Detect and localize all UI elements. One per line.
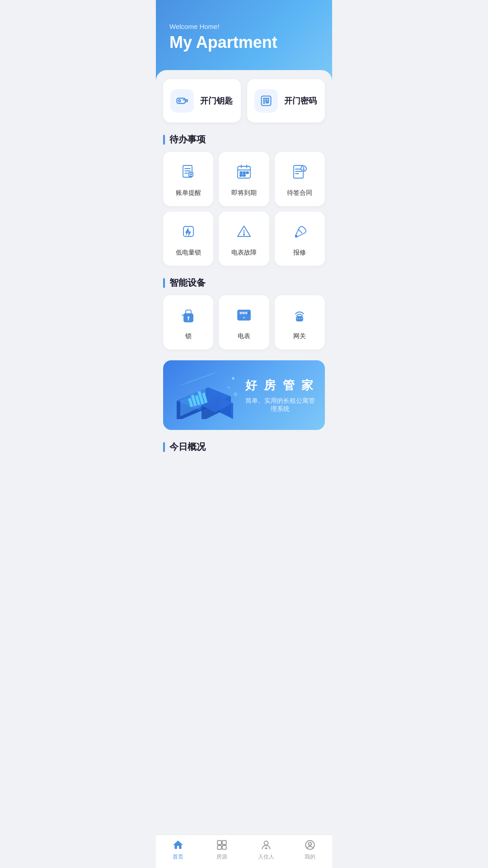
welcome-text: Welcome Home! — [169, 23, 319, 30]
svg-point-15 — [266, 98, 267, 99]
svg-point-82 — [234, 392, 237, 396]
todo-lowbattery-button[interactable]: 低电量锁 — [163, 212, 213, 266]
repair-icon — [289, 221, 310, 242]
svg-rect-37 — [243, 175, 245, 176]
gateway-device-label: 网关 — [293, 332, 306, 340]
open-door-key-button[interactable]: 开门钥匙 — [163, 79, 241, 123]
svg-rect-33 — [240, 172, 242, 174]
device-lock-button[interactable]: 锁 — [163, 295, 213, 349]
lowbattery-label: 低电量锁 — [176, 249, 201, 257]
device-grid: 锁 电表 — [163, 295, 325, 349]
todo-contract-button[interactable]: 待签合同 — [275, 152, 325, 206]
svg-point-18 — [266, 100, 267, 101]
gateway-device-icon — [289, 304, 310, 326]
todo-expiring-button[interactable]: 即将到期 — [219, 152, 269, 206]
svg-line-76 — [186, 372, 217, 383]
device-gateway-button[interactable]: 网关 — [275, 295, 325, 349]
device-meter-button[interactable]: 电表 — [219, 295, 269, 349]
quick-actions: 开门钥匙 — [163, 79, 325, 123]
svg-point-20 — [263, 103, 264, 104]
banner-subtitle: 简单、实用的长租公寓管理系统 — [244, 397, 316, 413]
device-section-title: 智能设备 — [163, 277, 325, 289]
contract-icon — [289, 161, 310, 183]
banner-illustration — [172, 369, 244, 421]
meter-device-icon — [233, 304, 255, 326]
svg-line-75 — [181, 374, 213, 385]
svg-line-48 — [298, 229, 302, 233]
lowbattery-icon — [178, 221, 199, 242]
open-door-password-button[interactable]: 开门密码 — [247, 79, 325, 123]
svg-point-47 — [244, 234, 244, 235]
expiring-icon — [233, 161, 255, 183]
key-label: 开门钥匙 — [200, 95, 233, 106]
svg-point-49 — [296, 236, 297, 237]
app-title: My Apartment — [169, 33, 319, 52]
entrance-section-title: 今日概况 — [163, 441, 325, 453]
svg-point-51 — [187, 316, 190, 319]
svg-point-80 — [232, 377, 235, 380]
bill-label: 账单提醒 — [176, 189, 201, 197]
promo-banner[interactable]: 好 房 管 家 简单、实用的长租公寓管理系统 — [163, 360, 325, 430]
expiring-label: 即将到期 — [231, 189, 257, 197]
todo-meterfault-button[interactable]: 电表故障 — [219, 212, 269, 266]
svg-point-44 — [304, 170, 305, 170]
key-icon — [170, 89, 194, 113]
svg-point-81 — [228, 387, 230, 388]
meterfault-icon — [233, 221, 255, 242]
todo-grid: 账单提醒 即将到期 — [163, 152, 325, 266]
svg-point-1 — [178, 100, 181, 102]
contract-label: 待签合同 — [287, 189, 312, 197]
meter-device-label: 电表 — [238, 332, 250, 340]
svg-point-19 — [268, 100, 269, 101]
svg-rect-36 — [240, 175, 242, 176]
repair-label: 报修 — [293, 249, 306, 257]
svg-point-16 — [268, 98, 269, 99]
svg-point-17 — [263, 100, 264, 101]
lock-device-icon — [178, 304, 199, 326]
main-card: 开门钥匙 — [156, 70, 332, 505]
svg-point-14 — [263, 98, 264, 99]
svg-point-63 — [299, 318, 300, 320]
lock-device-label: 锁 — [185, 332, 192, 340]
meterfault-label: 电表故障 — [231, 249, 257, 257]
password-label: 开门密码 — [284, 95, 317, 106]
bill-icon — [178, 161, 199, 183]
password-icon — [254, 89, 278, 113]
todo-repair-button[interactable]: 报修 — [275, 212, 325, 266]
todo-section-title: 待办事项 — [163, 133, 325, 146]
banner-main-title: 好 房 管 家 — [244, 377, 316, 393]
banner-text-area: 好 房 管 家 简单、实用的长租公寓管理系统 — [244, 377, 316, 413]
svg-rect-35 — [246, 172, 249, 174]
todo-bill-button[interactable]: 账单提醒 — [163, 152, 213, 206]
svg-rect-34 — [243, 172, 245, 174]
